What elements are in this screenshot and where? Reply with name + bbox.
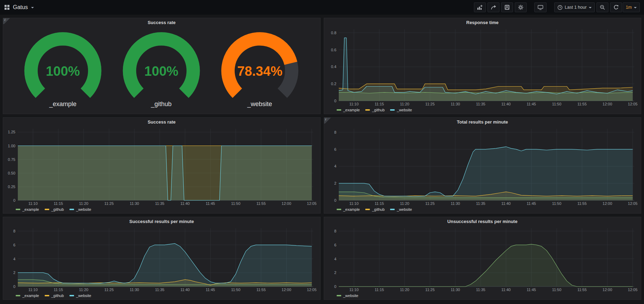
svg-text:12:00: 12:00 bbox=[281, 288, 291, 292]
apps-icon[interactable] bbox=[4, 5, 10, 10]
svg-text:11:10: 11:10 bbox=[28, 288, 38, 292]
chart-svg[interactable]: 11:1011:1511:2011:2511:3011:3511:4011:45… bbox=[326, 27, 638, 107]
chart-plot[interactable]: 11:1011:1511:2011:2511:3011:3511:4011:45… bbox=[326, 27, 638, 107]
svg-text:11:55: 11:55 bbox=[256, 288, 266, 292]
panel-title[interactable]: Success rate bbox=[3, 118, 320, 126]
chart-svg[interactable]: 11:1011:1511:2011:2511:3011:3511:4011:45… bbox=[326, 226, 638, 292]
gauge-arc: 78.34% bbox=[217, 32, 302, 103]
svg-text:11:25: 11:25 bbox=[104, 288, 114, 292]
legend-item-_website[interactable]: _website bbox=[69, 294, 91, 298]
legend-label: _example bbox=[343, 207, 360, 212]
refresh-button[interactable] bbox=[610, 2, 622, 12]
svg-text:11:20: 11:20 bbox=[400, 201, 409, 206]
zoom-out-button[interactable] bbox=[597, 2, 608, 12]
successful-results-chart[interactable]: 11:1011:1511:2011:2511:3011:3511:4011:45… bbox=[3, 226, 320, 299]
legend-item-_website[interactable]: _website bbox=[69, 207, 91, 212]
legend-item-_example[interactable]: _example bbox=[16, 207, 39, 212]
gauge-arc: 100% bbox=[119, 32, 204, 103]
legend-swatch-icon bbox=[337, 209, 341, 210]
panel-title[interactable]: Response time bbox=[324, 18, 641, 27]
unsuccessful-results-chart[interactable]: 11:1011:1511:2011:2511:3011:3511:4011:45… bbox=[324, 226, 641, 299]
chart-legend: _website bbox=[326, 292, 638, 299]
panel-title[interactable]: Successful results per minute bbox=[3, 217, 320, 226]
svg-text:11:15: 11:15 bbox=[374, 201, 384, 206]
legend-label: _example bbox=[343, 108, 360, 112]
svg-text:6: 6 bbox=[334, 147, 336, 151]
panel-title[interactable]: Success rate bbox=[3, 18, 320, 27]
gauge-_website: 78.34%_website bbox=[217, 32, 302, 108]
panel-title[interactable]: Total results per minute bbox=[324, 118, 641, 126]
legend-item-_example[interactable]: _example bbox=[337, 108, 360, 112]
chart-svg[interactable]: 11:1011:1511:2011:2511:3011:3511:4011:45… bbox=[5, 126, 317, 206]
dashboard-title[interactable]: Gatus bbox=[13, 4, 28, 10]
svg-text:11:15: 11:15 bbox=[374, 102, 384, 106]
chart-svg[interactable]: 11:1011:1511:2011:2511:3011:3511:4011:45… bbox=[5, 226, 317, 292]
svg-text:0.25: 0.25 bbox=[8, 185, 15, 189]
svg-text:11:40: 11:40 bbox=[181, 288, 190, 292]
panel-info-icon[interactable]: i bbox=[324, 118, 331, 124]
svg-text:11:30: 11:30 bbox=[130, 288, 139, 292]
add-panel-button[interactable] bbox=[474, 2, 486, 12]
svg-text:0: 0 bbox=[13, 284, 15, 289]
svg-text:11:55: 11:55 bbox=[577, 288, 587, 292]
svg-text:2: 2 bbox=[13, 270, 15, 275]
legend-item-_github[interactable]: _github bbox=[365, 207, 385, 212]
svg-text:11:10: 11:10 bbox=[349, 288, 359, 292]
panel-info-icon[interactable]: i bbox=[3, 18, 10, 24]
svg-text:0.2: 0.2 bbox=[331, 82, 336, 86]
svg-text:11:25: 11:25 bbox=[425, 201, 434, 206]
chart-plot[interactable]: 11:1011:1511:2011:2511:3011:3511:4011:45… bbox=[326, 226, 638, 292]
svg-text:4: 4 bbox=[334, 164, 336, 168]
legend-item-_website[interactable]: _website bbox=[337, 294, 358, 298]
svg-text:11:35: 11:35 bbox=[155, 288, 164, 292]
svg-text:11:50: 11:50 bbox=[552, 288, 561, 292]
tv-mode-button[interactable] bbox=[534, 2, 547, 12]
svg-text:11:50: 11:50 bbox=[552, 201, 561, 206]
svg-text:11:45: 11:45 bbox=[206, 288, 215, 292]
legend-swatch-icon bbox=[390, 109, 395, 111]
legend-item-_github[interactable]: _github bbox=[45, 207, 64, 212]
legend-item-_example[interactable]: _example bbox=[337, 207, 360, 212]
legend-item-_website[interactable]: _website bbox=[390, 108, 412, 112]
svg-text:0: 0 bbox=[334, 198, 336, 202]
svg-text:11:30: 11:30 bbox=[451, 102, 460, 106]
gauge-label: _example bbox=[49, 101, 76, 108]
chart-plot[interactable]: 11:1011:1511:2011:2511:3011:3511:4011:45… bbox=[326, 126, 638, 206]
settings-button[interactable] bbox=[515, 2, 527, 12]
total-results-chart[interactable]: 11:1011:1511:2011:2511:3011:3511:4011:45… bbox=[324, 126, 641, 213]
save-button[interactable] bbox=[501, 2, 513, 12]
legend-item-_github[interactable]: _github bbox=[365, 108, 385, 112]
gauge-label: _github bbox=[151, 101, 171, 108]
svg-text:1.25: 1.25 bbox=[8, 130, 15, 134]
legend-swatch-icon bbox=[337, 295, 341, 296]
legend-label: _website bbox=[397, 108, 412, 112]
chart-svg[interactable]: 11:1011:1511:2011:2511:3011:3511:4011:45… bbox=[326, 126, 638, 206]
svg-text:0.75: 0.75 bbox=[8, 157, 15, 162]
caret-down-icon[interactable] bbox=[31, 7, 34, 8]
chart-plot[interactable]: 11:1011:1511:2011:2511:3011:3511:4011:45… bbox=[5, 226, 317, 292]
share-button[interactable] bbox=[488, 2, 499, 12]
svg-text:0.4: 0.4 bbox=[331, 65, 336, 69]
chart-plot[interactable]: 11:1011:1511:2011:2511:3011:3511:4011:45… bbox=[5, 126, 317, 206]
legend-swatch-icon bbox=[365, 209, 370, 210]
time-range-button[interactable]: Last 1 hour bbox=[554, 2, 595, 12]
legend-swatch-icon bbox=[69, 295, 74, 296]
info-icon-glyph: i bbox=[5, 18, 5, 22]
success-rate-chart[interactable]: 11:1011:1511:2011:2511:3011:3511:4011:45… bbox=[3, 126, 320, 213]
svg-text:11:55: 11:55 bbox=[577, 201, 587, 206]
svg-text:11:20: 11:20 bbox=[79, 201, 88, 206]
svg-text:4: 4 bbox=[13, 257, 15, 261]
legend-item-_website[interactable]: _website bbox=[390, 207, 412, 212]
svg-text:11:15: 11:15 bbox=[54, 201, 63, 206]
legend-swatch-icon bbox=[69, 209, 74, 210]
add-panel-icon bbox=[477, 5, 483, 10]
refresh-interval-button[interactable]: 1m bbox=[623, 2, 640, 12]
panel-title[interactable]: Unsuccessful results per minute bbox=[324, 217, 641, 226]
refresh-interval-label: 1m bbox=[626, 5, 632, 10]
gauge-value: 100% bbox=[144, 64, 178, 79]
svg-text:11:35: 11:35 bbox=[476, 288, 485, 292]
response-time-chart[interactable]: 11:1011:1511:2011:2511:3011:3511:4011:45… bbox=[324, 27, 641, 114]
legend-item-_github[interactable]: _github bbox=[45, 294, 64, 298]
legend-swatch-icon bbox=[16, 295, 20, 296]
legend-item-_example[interactable]: _example bbox=[16, 294, 39, 298]
